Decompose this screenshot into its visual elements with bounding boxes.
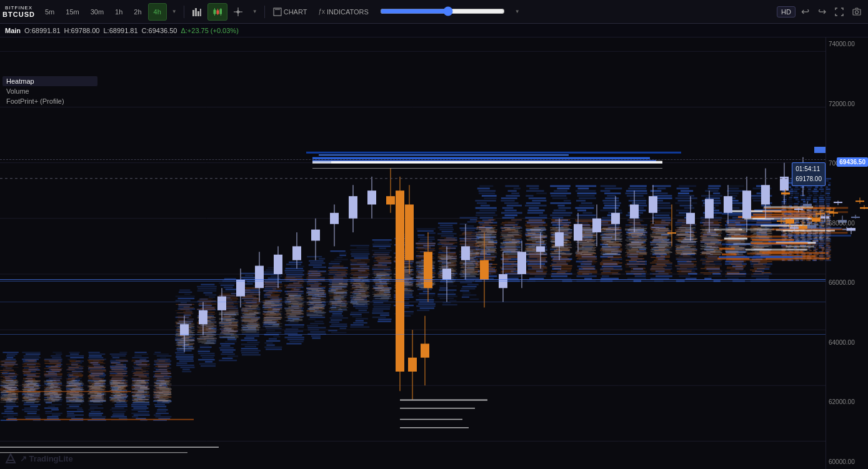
current-price-badge: 69436.50 bbox=[837, 157, 868, 167]
fullscreen-icon bbox=[835, 7, 844, 16]
info-low: L:68991.81 bbox=[103, 27, 137, 34]
pair-name: BTCUSD bbox=[2, 11, 35, 18]
camera-icon bbox=[852, 7, 861, 16]
camera-btn[interactable] bbox=[849, 6, 864, 18]
toolbar-right: HD ↩ ↪ bbox=[777, 4, 864, 19]
undo-btn[interactable]: ↩ bbox=[798, 4, 812, 19]
interval-4h[interactable]: 4h bbox=[148, 3, 167, 21]
candle-chart-icon bbox=[213, 7, 222, 16]
redo-btn[interactable]: ↪ bbox=[815, 4, 829, 19]
tools-dropdown[interactable]: ▼ bbox=[249, 3, 261, 21]
exchange-name: BITFINEX bbox=[5, 5, 32, 11]
interval-5m[interactable]: 5m bbox=[40, 3, 59, 21]
info-open: O:68991.81 bbox=[24, 27, 61, 34]
svg-rect-18 bbox=[853, 9, 861, 15]
candle-chart-btn[interactable] bbox=[207, 3, 227, 21]
price-tooltip: 01:54:1169178.00 bbox=[792, 162, 826, 186]
ind-heatmap[interactable]: Heatmap bbox=[2, 76, 97, 86]
info-delta: Δ:+23.75 (+0.03%) bbox=[181, 27, 238, 34]
price-indicator-box bbox=[814, 147, 826, 153]
interval-1h[interactable]: 1h bbox=[110, 3, 127, 21]
svg-rect-0 bbox=[192, 10, 194, 16]
interval-dropdown[interactable]: ▼ bbox=[168, 3, 181, 21]
chart-area[interactable]: 74000.00 72000.00 70000.00 68000.00 6600… bbox=[0, 37, 868, 469]
chart-canvas[interactable] bbox=[0, 37, 868, 469]
info-close: C:69436.50 bbox=[142, 27, 177, 34]
info-main-label: Main bbox=[5, 27, 21, 34]
info-high: H:69788.00 bbox=[64, 27, 100, 34]
slider-dropdown[interactable]: ▼ bbox=[511, 3, 524, 21]
logo: BITFINEX BTCUSD bbox=[4, 5, 34, 18]
info-bar: Main O:68991.81 H:69788.00 L:68991.81 C:… bbox=[0, 24, 868, 37]
hd-badge: HD bbox=[777, 6, 796, 17]
ind-volume[interactable]: Volume bbox=[2, 86, 97, 96]
interval-slider[interactable] bbox=[380, 6, 505, 16]
bar-chart-icon bbox=[192, 7, 201, 16]
indicators-btn[interactable]: ƒx INDICATORS bbox=[313, 3, 373, 21]
interval-slider-container bbox=[380, 6, 505, 17]
ind-footprint[interactable]: FootPrint+ (Profile) bbox=[2, 96, 97, 106]
indicator-panel: Heatmap Volume FootPrint+ (Profile) bbox=[0, 75, 100, 107]
bar-chart-btn[interactable] bbox=[187, 3, 206, 21]
separator-2 bbox=[264, 6, 265, 18]
chart-label-btn[interactable]: CHART bbox=[268, 3, 312, 21]
svg-rect-4 bbox=[214, 10, 216, 14]
svg-rect-2 bbox=[197, 11, 199, 16]
chart-icon bbox=[273, 7, 282, 16]
svg-point-19 bbox=[856, 11, 859, 14]
svg-rect-1 bbox=[195, 8, 197, 16]
interval-30m[interactable]: 30m bbox=[86, 3, 109, 21]
toolbar: BITFINEX BTCUSD 5m 15m 30m 1h 2h 4h ▼ bbox=[0, 0, 868, 24]
interval-2h[interactable]: 2h bbox=[129, 3, 146, 21]
svg-rect-3 bbox=[200, 9, 201, 16]
crosshair-icon bbox=[234, 7, 242, 16]
crosshair-btn[interactable] bbox=[229, 3, 247, 21]
interval-15m[interactable]: 15m bbox=[61, 3, 84, 21]
separator-1 bbox=[184, 6, 184, 18]
svg-rect-10 bbox=[220, 9, 222, 14]
svg-rect-7 bbox=[217, 11, 219, 14]
fullscreen-btn[interactable] bbox=[832, 6, 847, 18]
